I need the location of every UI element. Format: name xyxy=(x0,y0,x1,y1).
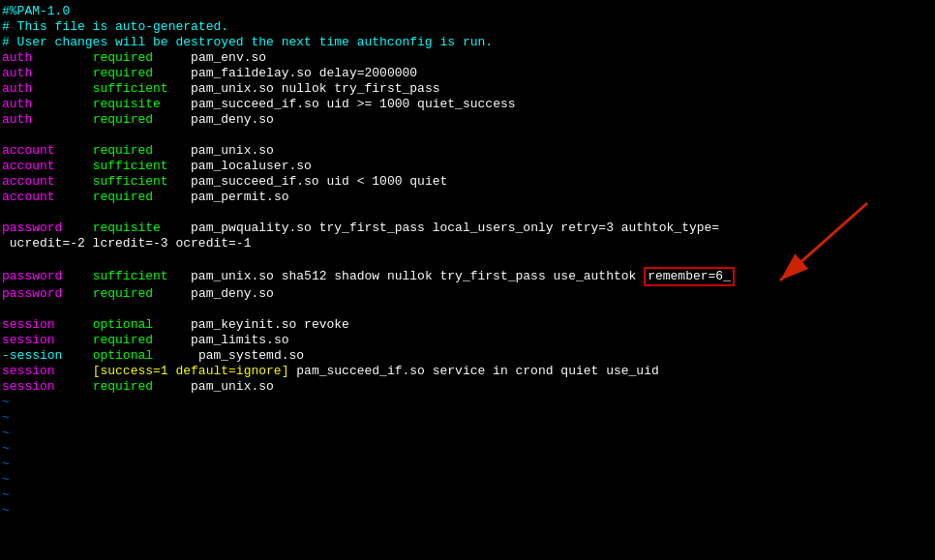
line-tilde8: ~ xyxy=(0,503,935,518)
line-session5: session required pam_unix.so xyxy=(0,379,935,395)
password-module-3: pam_deny.so xyxy=(191,286,274,301)
auth-keyword-5: auth xyxy=(2,112,32,127)
text-header3: # User changes will be destroyed the nex… xyxy=(2,35,493,49)
session-keyword-5: session xyxy=(2,379,55,394)
account-type-2: sufficient xyxy=(93,159,168,173)
line-auth2: auth required pam_faildelay.so delay=200… xyxy=(0,66,935,81)
session-keyword-3: -session xyxy=(2,348,62,363)
line-header3: # User changes will be destroyed the nex… xyxy=(0,35,935,50)
session-module-2: pam_limits.so xyxy=(191,333,288,347)
account-module-1: pam_unix.so xyxy=(191,143,274,158)
account-keyword-1: account xyxy=(2,143,55,158)
account-type-1: required xyxy=(93,143,153,158)
line-header1: #%PAM-1.0 xyxy=(0,4,935,19)
password-module-2: pam_unix.so sha512 shadow nullok try_fir… xyxy=(191,269,644,283)
line-auth3: auth sufficient pam_unix.so nullok try_f… xyxy=(0,81,935,97)
account-keyword-2: account xyxy=(2,159,55,173)
line-password1b: ucredit=-2 lcredit=-3 ocredit=-1 xyxy=(0,236,935,251)
line-password2: password sufficient pam_unix.so sha512 s… xyxy=(0,267,935,286)
password-module-1: pam_pwquality.so try_first_pass local_us… xyxy=(191,221,719,235)
auth-keyword-3: auth xyxy=(2,81,32,96)
password-module-1b: ucredit=-2 lcredit=-3 ocredit=-1 xyxy=(2,236,251,251)
line-blank4 xyxy=(0,302,935,317)
line-account1: account required pam_unix.so xyxy=(0,143,935,159)
session-keyword-2: session xyxy=(2,333,55,347)
auth-module-5: pam_deny.so xyxy=(191,112,274,127)
text-header2: # This file is auto-generated. xyxy=(2,19,228,34)
session-type-3: optional xyxy=(93,348,153,363)
account-keyword-4: account xyxy=(2,190,55,204)
account-type-4: required xyxy=(93,190,153,204)
auth-module-4: pam_succeed_if.so uid >= 1000 quiet_succ… xyxy=(191,97,515,111)
password-type-2: sufficient xyxy=(93,269,168,283)
line-password1: password requisite pam_pwquality.so try_… xyxy=(0,221,935,236)
line-password3: password required pam_deny.so xyxy=(0,286,935,302)
account-type-3: sufficient xyxy=(93,174,168,189)
password-keyword-3: password xyxy=(2,286,62,301)
session-module-5: pam_unix.so xyxy=(191,379,274,394)
session-module-4: pam_succeed_if.so service in crond quiet… xyxy=(296,364,658,378)
line-account4: account required pam_permit.so xyxy=(0,190,935,205)
auth-keyword-1: auth xyxy=(2,50,32,65)
line-tilde6: ~ xyxy=(0,472,935,487)
line-auth5: auth required pam_deny.so xyxy=(0,112,935,128)
password-keyword-2: password xyxy=(2,269,62,283)
session-type-2: required xyxy=(93,333,153,347)
session-module-3: pam_systemd.so xyxy=(198,348,304,363)
line-tilde2: ~ xyxy=(0,410,935,426)
auth-type-3: sufficient xyxy=(93,81,168,96)
line-tilde1: ~ xyxy=(0,395,935,410)
account-module-4: pam_permit.so xyxy=(191,190,288,204)
line-account2: account sufficient pam_localuser.so xyxy=(0,159,935,174)
auth-type-1: required xyxy=(93,50,153,65)
auth-module-1: pam_env.so xyxy=(191,50,266,65)
line-auth4: auth requisite pam_succeed_if.so uid >= … xyxy=(0,97,935,112)
password-type-3: required xyxy=(93,286,153,301)
password-keyword-1: password xyxy=(2,221,62,235)
session-type-5: required xyxy=(93,379,153,394)
line-blank1 xyxy=(0,128,935,143)
session-type-4: [success=1 default=ignore] xyxy=(93,364,289,378)
auth-type-2: required xyxy=(93,66,153,80)
text-header1: #%PAM-1.0 xyxy=(2,4,70,18)
line-session4: session [success=1 default=ignore] pam_s… xyxy=(0,364,935,379)
terminal: #%PAM-1.0 # This file is auto-generated.… xyxy=(0,0,935,560)
password-type-1: requisite xyxy=(93,221,161,235)
auth-module-2: pam_faildelay.so delay=2000000 xyxy=(191,66,417,80)
line-header2: # This file is auto-generated. xyxy=(0,19,935,35)
line-tilde3: ~ xyxy=(0,426,935,441)
auth-module-3: pam_unix.so nullok try_first_pass xyxy=(191,81,439,96)
auth-keyword-4: auth xyxy=(2,97,32,111)
auth-keyword-2: auth xyxy=(2,66,32,80)
auth-type-4: requisite xyxy=(93,97,161,111)
line-tilde7: ~ xyxy=(0,487,935,503)
line-blank3 xyxy=(0,251,935,267)
session-type-1: optional xyxy=(93,317,153,332)
line-auth1: auth required pam_env.so xyxy=(0,50,935,66)
account-keyword-3: account xyxy=(2,174,55,189)
session-keyword-1: session xyxy=(2,317,55,332)
session-module-1: pam_keyinit.so revoke xyxy=(191,317,349,332)
account-module-2: pam_localuser.so xyxy=(191,159,312,173)
line-tilde4: ~ xyxy=(0,441,935,457)
auth-type-5: required xyxy=(93,112,153,127)
line-blank2 xyxy=(0,205,935,221)
session-keyword-4: session xyxy=(2,364,55,378)
line-session2: session required pam_limits.so xyxy=(0,333,935,348)
line-tilde5: ~ xyxy=(0,457,935,472)
remember-highlight: remember=6_ xyxy=(644,267,735,286)
line-session3: -session optional pam_systemd.so xyxy=(0,348,935,364)
account-module-3: pam_succeed_if.so uid < 1000 quiet xyxy=(191,174,447,189)
line-session1: session optional pam_keyinit.so revoke xyxy=(0,317,935,333)
line-account3: account sufficient pam_succeed_if.so uid… xyxy=(0,174,935,190)
